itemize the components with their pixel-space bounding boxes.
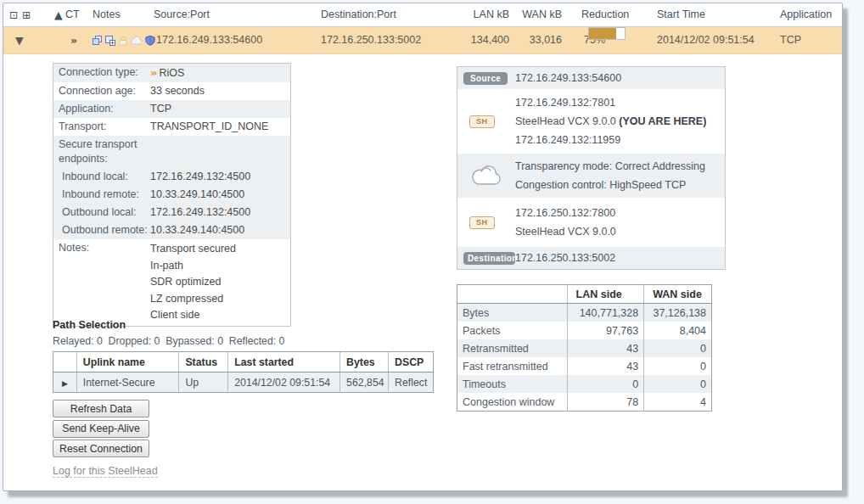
path-selection-table: Uplink name Status Last started Bytes DS… (53, 351, 434, 393)
cell-application: TCP (780, 27, 801, 53)
you-are-here-label: (YOU ARE HERE) (619, 115, 706, 127)
current-connections-detail-panel: ⊡ ⊞ ▲ CT Notes Source:Port Destination:P… (3, 3, 843, 491)
cell-wan-kb: 33,016 (513, 27, 562, 53)
notes-icons (92, 27, 156, 53)
source-badge: Source (463, 72, 508, 85)
detail-value: 172.16.249.132:4500 (150, 204, 290, 221)
detail-row-transport: Transport: TRANSPORT_ID_NONE (53, 118, 290, 136)
wan-cloud-icon (468, 164, 504, 188)
detail-label: Connection age: (53, 82, 150, 100)
connection-details-table: Connection type: »RiOS Connection age: 3… (53, 63, 291, 327)
stats-col-wan-side: WAN side (644, 285, 712, 304)
path-status: Up (179, 372, 228, 393)
column-header-source-port[interactable]: Source:Port (154, 3, 210, 26)
lan-wan-stats-table: LAN side WAN side Bytes 140,771,328 37,1… (457, 284, 712, 412)
lock-icon (117, 35, 129, 47)
reduction-bar-fill (589, 28, 616, 39)
detail-value: RiOS (159, 67, 184, 79)
sort-ascending-icon[interactable]: ▲ (54, 3, 63, 26)
local-sh-name: SteelHead VCX 9.0.0 (515, 115, 616, 127)
secure-endpoints-label: Secure transport endpoints: (53, 136, 155, 168)
detail-row-application: Application: TCP (53, 100, 290, 118)
column-header-application[interactable]: Application (780, 3, 832, 26)
action-buttons: Refresh Data Send Keep-Alive Reset Conne… (53, 400, 149, 460)
path-row-expand-icon[interactable]: ▶ (62, 379, 68, 388)
path-selection-title: Path Selection (53, 319, 126, 331)
detail-label: Outbound remote: (53, 221, 150, 239)
path-col-expand (53, 352, 77, 372)
note-item: In-path (150, 258, 287, 275)
row-collapse-icon[interactable]: ▼ (15, 27, 24, 53)
transparency-mode: Transparency mode: Correct Addressing (515, 157, 725, 176)
topology-remote-steelhead: SH 172.16.250.132:7800 SteelHead VCX 9.0… (457, 198, 725, 247)
stats-col-lan-side: LAN side (567, 285, 644, 304)
topology-local-steelhead: SH 172.16.249.132:7801 SteelHead VCX 9.0… (457, 89, 725, 154)
send-keep-alive-button[interactable]: Send Keep-Alive (53, 420, 149, 438)
path-col-uplink-name: Uplink name (76, 352, 179, 372)
stats-col-empty (457, 285, 568, 304)
column-header-ct[interactable]: CT (65, 3, 80, 26)
secure-endpoints-group: Secure transport endpoints: Inbound loca… (53, 136, 290, 239)
steelhead-badge: SH (469, 216, 495, 229)
detail-value: 33 seconds (150, 82, 290, 100)
destination-address: 172.16.250.133:5002 (515, 249, 725, 267)
topology-source-row: Source 172.16.249.133:54600 (457, 67, 725, 89)
stats-row-bytes: Bytes 140,771,328 37,126,138 (457, 304, 712, 322)
source-address: 172.16.249.133:54600 (515, 69, 725, 87)
cell-lan-kb: 134,400 (445, 27, 509, 53)
path-uplink-name: Internet-Secure (76, 372, 179, 393)
topology-destination-row: Destination 172.16.250.133:5002 (457, 247, 725, 269)
connection-row-selected[interactable]: ▼ » 172.16.249.133:546 (3, 27, 842, 54)
expand-all-icon[interactable]: ⊞ (22, 3, 31, 26)
detail-label: Notes: (53, 239, 150, 326)
column-header-lan-kb[interactable]: LAN kB (445, 3, 509, 26)
column-header-reduction[interactable]: Reduction (581, 3, 629, 26)
cell-destination-port: 172.16.250.133:5002 (321, 27, 421, 53)
cell-start-time: 2014/12/02 09:51:54 (657, 27, 755, 53)
detail-label: Connection type: (53, 64, 150, 82)
note-item: Transport secured (150, 241, 287, 258)
destination-badge: Destination (463, 252, 515, 265)
log-for-steelhead-link[interactable]: Log for this SteelHead (53, 465, 158, 478)
detail-label: Transport: (53, 118, 150, 136)
detail-row-connection-age: Connection age: 33 seconds (53, 82, 290, 100)
cell-source-port: 172.16.249.133:54600 (156, 27, 262, 53)
refresh-data-button[interactable]: Refresh Data (53, 400, 149, 417)
column-header-wan-kb[interactable]: WAN kB (513, 3, 562, 26)
connections-table-header: ⊡ ⊞ ▲ CT Notes Source:Port Destination:P… (3, 3, 842, 27)
detail-value: 10.33.249.140:4500 (150, 221, 290, 239)
detail-value: TRANSPORT_ID_NONE (150, 118, 290, 136)
stats-row-fast-retransmitted: Fast retransmitted 43 0 (457, 357, 712, 375)
local-sh-wan-address: 172.16.249.132:7801 (515, 93, 725, 112)
path-bytes: 562,854 (340, 372, 389, 393)
remote-sh-address: 172.16.250.132:7800 (515, 204, 725, 222)
detail-label: Application: (53, 100, 150, 118)
path-col-last-started: Last started (228, 352, 340, 372)
detail-value: 10.33.249.140:4500 (150, 186, 290, 204)
remote-sh-name: SteelHead VCX 9.0.0 (515, 222, 725, 241)
path-col-dscp: DSCP (389, 352, 434, 372)
column-header-notes[interactable]: Notes (93, 3, 121, 26)
detail-value: TCP (150, 100, 290, 118)
column-header-start-time[interactable]: Start Time (657, 3, 705, 26)
local-sh-lan-address: 172.16.249.132:11959 (515, 131, 725, 149)
path-table-row[interactable]: ▶ Internet-Secure Up 2014/12/02 09:51:54… (53, 372, 434, 393)
note-item: LZ compressed (150, 291, 287, 308)
detail-row-notes: Notes: Transport secured In-path SDR opt… (53, 239, 290, 326)
path-selection-counters: Relayed: 0 Dropped: 0 Bypassed: 0 Reflec… (53, 335, 284, 347)
stats-row-congestion-window: Congestion window 78 4 (457, 393, 712, 412)
stats-row-retransmitted: Retransmitted 43 0 (457, 339, 712, 357)
note-item: SDR optimized (150, 274, 287, 291)
detail-value: 172.16.249.132:4500 (150, 168, 290, 186)
column-header-destination-port[interactable]: Destination:Port (321, 3, 396, 26)
detail-label: Inbound remote: (53, 186, 150, 204)
detail-label: Outbound local: (53, 204, 150, 221)
path-dscp: Reflect (389, 372, 434, 393)
reduction-progress-bar (588, 27, 626, 40)
stats-row-packets: Packets 97,763 8,404 (457, 322, 712, 339)
connection-topology-panel: Source 172.16.249.133:54600 SH 172.16.24… (457, 66, 726, 270)
reset-connection-button[interactable]: Reset Connection (53, 440, 149, 457)
path-col-status: Status (179, 352, 228, 372)
topology-wan-cloud-row: Transparency mode: Correct Addressing Co… (457, 154, 725, 198)
collapse-all-icon[interactable]: ⊡ (9, 3, 18, 26)
